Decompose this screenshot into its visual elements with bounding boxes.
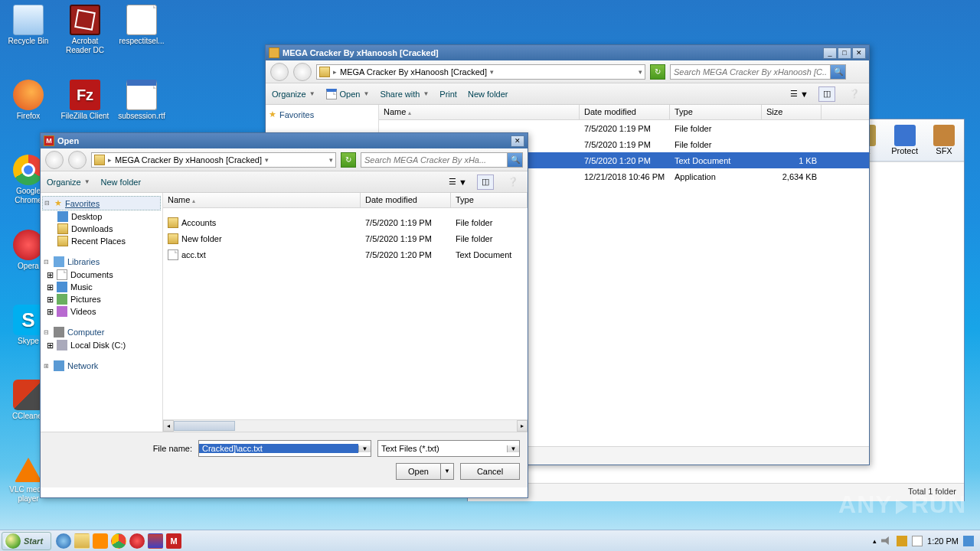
sidebar-libraries[interactable]: ⊟Libraries — [42, 255, 161, 269]
taskbar-ie-icon[interactable] — [56, 533, 71, 549]
help-button[interactable]: ❔ — [505, 174, 521, 190]
dialog-sidebar: ⊟★Favorites Desktop Downloads Recent Pla… — [41, 193, 163, 432]
filename-combo[interactable]: Cracked]\acc.txt▼ — [198, 440, 371, 457]
windows-orb-icon — [5, 533, 21, 549]
sidebar-music[interactable]: ⊞Music — [42, 281, 161, 293]
preview-pane-button[interactable]: ◫ — [818, 86, 835, 102]
organize-menu[interactable]: Organize▼ — [272, 90, 315, 99]
filter-value: Text Files (*.txt) — [378, 444, 507, 453]
search-button[interactable]: 🔍 — [507, 153, 522, 167]
acrobat-icon[interactable]: Acrobat Reader DC — [58, 37, 112, 55]
filename-value: Cracked]\acc.txt — [199, 444, 358, 453]
forward-button[interactable] — [293, 63, 312, 81]
file-row[interactable]: acc.txt7/5/2020 1:20 PMText Document — [163, 246, 528, 262]
filter-combo[interactable]: Text Files (*.txt)▼ — [377, 440, 520, 457]
taskbar-opera-icon[interactable] — [129, 533, 145, 549]
sidebar-downloads[interactable]: Downloads — [42, 223, 161, 235]
file-row[interactable]: Accounts7/5/2020 1:19 PMFile folder — [163, 214, 528, 230]
maximize-button[interactable]: □ — [838, 47, 851, 59]
firefox-icon[interactable]: Firefox — [2, 112, 55, 121]
forward-button[interactable] — [68, 151, 87, 169]
newfolder-button[interactable]: New folder — [468, 90, 508, 99]
sidebar-recent[interactable]: Recent Places — [42, 235, 161, 247]
chevron-down-icon[interactable]: ▾ — [490, 68, 494, 76]
taskbar-app2-icon[interactable] — [148, 533, 163, 549]
file-list[interactable]: Accounts7/5/2020 1:19 PMFile folder New … — [163, 208, 528, 419]
chevron-down-icon: ▼ — [440, 463, 454, 480]
app-icon: M — [44, 135, 54, 146]
watermark: ANYRUN — [838, 491, 966, 519]
back-button[interactable] — [270, 63, 289, 81]
share-menu[interactable]: Share with▼ — [380, 90, 429, 99]
sidebar-documents[interactable]: ⊞Documents — [42, 269, 161, 281]
folder-icon — [319, 67, 330, 77]
search-box[interactable]: 🔍 — [670, 64, 846, 80]
search-box[interactable]: 🔍 — [361, 152, 523, 168]
taskbar-mega-icon[interactable]: M — [166, 533, 181, 549]
taskbar[interactable]: Start M ▴ 1:20 PM — [0, 530, 980, 551]
clock[interactable]: 1:20 PM — [927, 536, 959, 546]
open-menu[interactable]: Open▼ — [326, 89, 370, 99]
print-button[interactable]: Print — [439, 90, 457, 99]
column-headers[interactable]: Name ▴ Date modified Type Size — [379, 105, 869, 120]
open-button[interactable]: Open▼ — [396, 463, 454, 480]
filezilla-icon[interactable]: FileZilla Client — [58, 112, 112, 121]
tray-chevron-icon[interactable]: ▴ — [873, 537, 877, 545]
chevron-down-icon[interactable]: ▾ — [639, 68, 642, 76]
dialog-title: Open — [57, 136, 511, 145]
view-menu[interactable]: ☰▼ — [791, 86, 808, 102]
start-button[interactable]: Start — [2, 532, 51, 550]
sidebar-computer[interactable]: ⊟Computer — [42, 325, 161, 339]
newfolder-button[interactable]: New folder — [101, 178, 142, 187]
preview-pane-button[interactable]: ◫ — [477, 174, 494, 190]
file-row[interactable]: New folder7/5/2020 1:19 PMFile folder — [163, 230, 528, 246]
sidebar-pictures[interactable]: ⊞Pictures — [42, 293, 161, 305]
search-button[interactable]: 🔍 — [830, 65, 845, 79]
column-headers[interactable]: Name ▴ Date modified Type — [163, 193, 528, 208]
help-button[interactable]: ❔ — [846, 86, 863, 102]
minimize-button[interactable]: _ — [823, 47, 837, 59]
search-input[interactable] — [671, 67, 830, 77]
volume-icon[interactable] — [881, 536, 892, 546]
sidebar-network[interactable]: ⊞Network — [42, 359, 161, 373]
dialog-titlebar[interactable]: M Open ✕ — [41, 133, 528, 148]
bgwin-protect: Protect — [891, 146, 918, 155]
chevron-down-icon: ▼ — [507, 445, 519, 452]
close-button[interactable]: ✕ — [511, 135, 524, 147]
organize-menu[interactable]: Organize▼ — [47, 178, 90, 187]
filename-label: File name: — [146, 444, 192, 453]
refresh-button[interactable]: ↻ — [650, 64, 665, 80]
sidebar-favorites[interactable]: ★Favorites — [267, 108, 377, 121]
network-icon[interactable] — [897, 536, 907, 546]
address-bar[interactable]: ▸ MEGA Cracker By xHanoosh [Cracked] ▾ ▾ — [91, 152, 336, 168]
search-input[interactable] — [361, 155, 507, 165]
taskbar-chrome-icon[interactable] — [111, 533, 126, 549]
taskbar-app1-icon[interactable] — [93, 533, 108, 549]
rtf-icon[interactable]: subsession.rtf — [115, 112, 168, 121]
sidebar-videos[interactable]: ⊞Videos — [42, 305, 161, 318]
chevron-right-icon: ▸ — [333, 68, 337, 76]
close-button[interactable]: ✕ — [852, 47, 866, 59]
flag-icon[interactable] — [912, 536, 923, 546]
sidebar-desktop[interactable]: Desktop — [42, 210, 161, 223]
view-menu[interactable]: ☰▼ — [449, 174, 466, 190]
refresh-button[interactable]: ↻ — [341, 152, 356, 168]
path-text: MEGA Cracker By xHanoosh [Cracked] — [340, 67, 487, 77]
back-button[interactable] — [45, 151, 64, 169]
address-bar[interactable]: ▸ MEGA Cracker By xHanoosh [Cracked] ▾ ▾ — [316, 64, 645, 80]
horizontal-scrollbar[interactable]: ◂▸ — [163, 419, 528, 432]
bgwin-sfx: SFX — [936, 146, 952, 155]
cancel-button[interactable]: Cancel — [460, 463, 520, 480]
file-icon[interactable]: respectitsel... — [115, 37, 168, 46]
path-text: MEGA Cracker By xHanoosh [Cracked] — [115, 155, 262, 165]
folder-icon — [94, 155, 105, 165]
show-desktop[interactable] — [963, 536, 974, 546]
recycle-bin-icon[interactable]: Recycle Bin — [2, 37, 55, 46]
open-dialog: M Open ✕ ▸ MEGA Cracker By xHanoosh [Cra… — [40, 132, 528, 498]
sidebar-favorites[interactable]: ⊟★Favorites — [42, 196, 161, 210]
system-tray[interactable]: ▴ 1:20 PM — [868, 536, 978, 546]
sidebar-localdisk[interactable]: ⊞Local Disk (C:) — [42, 339, 161, 351]
taskbar-explorer-icon[interactable] — [74, 533, 90, 549]
explorer-titlebar[interactable]: MEGA Cracker By xHanoosh [Cracked] _ □ ✕ — [266, 45, 869, 60]
explorer-title: MEGA Cracker By xHanoosh [Cracked] — [283, 48, 823, 57]
